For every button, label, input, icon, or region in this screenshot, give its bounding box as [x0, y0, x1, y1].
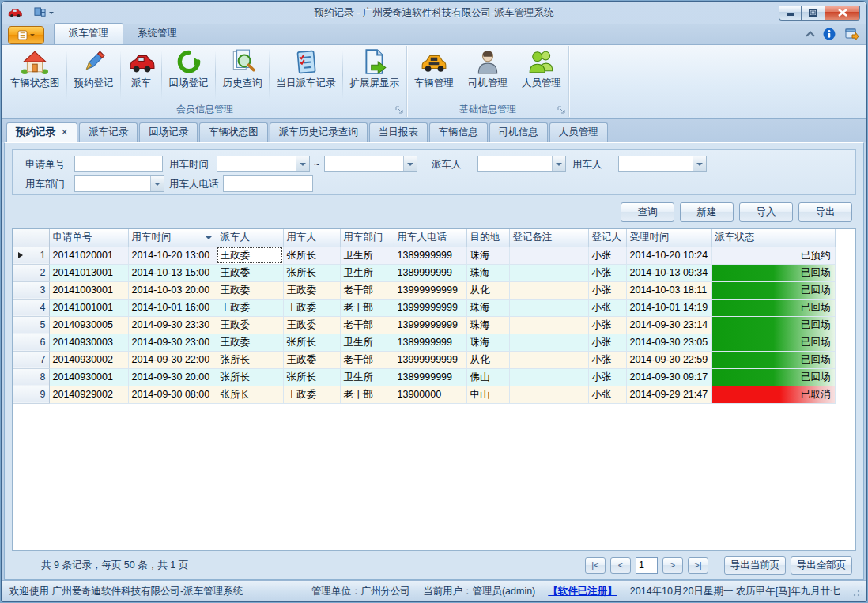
- cell-order_no[interactable]: 20141001001: [49, 299, 128, 316]
- column-header-accept_time[interactable]: 受理时间: [626, 229, 711, 247]
- skin-style-icon[interactable]: [845, 28, 859, 40]
- column-header-remark[interactable]: 登记备注: [509, 229, 588, 247]
- doc-tab-8[interactable]: 司机信息: [489, 122, 548, 142]
- cell-dispatcher[interactable]: 王政委: [217, 281, 283, 299]
- dropdown-arrow-icon[interactable]: [693, 156, 706, 171]
- cell-dest[interactable]: 中山: [466, 386, 509, 403]
- close-button[interactable]: [825, 6, 860, 21]
- doc-tab-6[interactable]: 当日报表: [369, 122, 428, 142]
- dialog-launcher-icon[interactable]: [395, 106, 404, 115]
- cell-dispatcher[interactable]: 张所长: [217, 368, 283, 386]
- doc-tab-3[interactable]: 回场记录: [139, 122, 198, 142]
- doc-tab-5[interactable]: 派车历史记录查询: [270, 122, 368, 142]
- prev-page-button[interactable]: <: [610, 557, 631, 574]
- cell-dept[interactable]: 老干部: [340, 351, 394, 368]
- use-time-from-combo[interactable]: [217, 156, 310, 172]
- cell-dispatcher[interactable]: 张所长: [217, 351, 283, 368]
- column-header-use_time[interactable]: 用车时间: [128, 229, 217, 247]
- ribbon-button-return[interactable]: 回场登记: [162, 46, 216, 103]
- cell-registrar[interactable]: 小张: [588, 386, 626, 403]
- row-indicator-cell[interactable]: [13, 264, 32, 281]
- cell-use_time[interactable]: 2014-10-03 20:00: [128, 281, 217, 299]
- cell-phone[interactable]: 1389999999: [394, 247, 466, 264]
- next-page-button[interactable]: >: [662, 557, 683, 574]
- quick-access-dropdown-icon[interactable]: [49, 12, 54, 17]
- export-all-pages-button[interactable]: 导出全部页: [791, 556, 852, 575]
- cell-registrar[interactable]: 小张: [588, 247, 626, 264]
- doc-tab-7[interactable]: 车辆信息: [429, 122, 488, 142]
- maximize-button[interactable]: [802, 6, 825, 21]
- cell-registrar[interactable]: 小张: [588, 368, 626, 386]
- row-indicator-cell[interactable]: [13, 368, 32, 386]
- cell-use_time[interactable]: 2014-09-30 23:30: [128, 316, 217, 334]
- cell-use_time[interactable]: 2014-09-30 23:00: [128, 334, 217, 351]
- dropdown-arrow-icon[interactable]: [150, 176, 164, 191]
- cell-use_time[interactable]: 2014-09-30 22:00: [128, 351, 217, 368]
- cell-status[interactable]: 已回场: [711, 281, 835, 299]
- cell-order_no[interactable]: 20140930005: [49, 316, 128, 334]
- use-time-to-combo[interactable]: [324, 156, 417, 172]
- cell-dept[interactable]: 老干部: [340, 299, 394, 316]
- cell-dest[interactable]: 从化: [466, 351, 509, 368]
- ribbon-button-extended-screen[interactable]: 扩展屏显示: [343, 46, 407, 103]
- cell-dept[interactable]: 卫生所: [340, 334, 394, 351]
- cell-status[interactable]: 已回场: [711, 299, 835, 316]
- cell-phone[interactable]: 13999999999: [394, 351, 466, 368]
- import-button[interactable]: 导入: [739, 202, 793, 222]
- table-row[interactable]: 7201409300022014-09-30 22:00张所长王政委老干部139…: [13, 351, 835, 368]
- cell-dept[interactable]: 老干部: [340, 316, 394, 334]
- cell-accept_time[interactable]: 2014-10-13 09:34: [626, 264, 711, 281]
- cell-user[interactable]: 张所长: [283, 264, 340, 281]
- order-no-input[interactable]: [74, 156, 163, 172]
- ribbon-button-dispatch[interactable]: 派车: [121, 46, 162, 103]
- row-number-cell[interactable]: 5: [32, 316, 49, 334]
- dropdown-arrow-icon[interactable]: [552, 156, 565, 171]
- cell-dest[interactable]: 珠海: [466, 299, 509, 316]
- cell-accept_time[interactable]: 2014-09-30 22:59: [626, 351, 711, 368]
- row-indicator-cell[interactable]: [13, 316, 32, 334]
- row-number-cell[interactable]: 2: [32, 264, 49, 281]
- cell-status[interactable]: 已回场: [711, 264, 835, 281]
- cell-registrar[interactable]: 小张: [588, 299, 626, 316]
- cell-dispatcher[interactable]: 王政委: [217, 334, 283, 351]
- create-button[interactable]: 新建: [680, 202, 734, 222]
- table-row[interactable]: 1201410200012014-10-20 13:00王政委张所长卫生所138…: [13, 247, 835, 264]
- cell-status[interactable]: 已回场: [711, 351, 835, 368]
- row-indicator-cell[interactable]: [13, 247, 32, 264]
- ribbon-button-vehicle-status[interactable]: 车辆状态图: [3, 46, 67, 103]
- row-number-cell[interactable]: 4: [32, 299, 49, 316]
- cell-remark[interactable]: [509, 351, 588, 368]
- phone-input[interactable]: [223, 175, 313, 192]
- cell-order_no[interactable]: 20141003001: [49, 281, 128, 299]
- cell-user[interactable]: 王政委: [283, 386, 340, 403]
- cell-accept_time[interactable]: 2014-09-30 23:05: [626, 334, 711, 351]
- cell-phone[interactable]: 13999999999: [394, 299, 466, 316]
- column-header-phone[interactable]: 用车人电话: [394, 229, 466, 247]
- cell-dept[interactable]: 卫生所: [340, 368, 394, 386]
- table-row[interactable]: 8201409300012014-09-30 20:00张所长张所长卫生所138…: [13, 368, 835, 386]
- column-header-dept[interactable]: 用车部门: [340, 229, 394, 247]
- cell-dispatcher[interactable]: 张所长: [217, 386, 283, 403]
- cell-status[interactable]: 已预约: [711, 247, 835, 264]
- cell-accept_time[interactable]: 2014-09-30 23:14: [626, 316, 711, 334]
- cell-accept_time[interactable]: 2014-09-30 09:17: [626, 368, 711, 386]
- quick-access-windows-icon[interactable]: [34, 7, 46, 19]
- minimize-button[interactable]: [779, 6, 802, 21]
- cell-remark[interactable]: [509, 334, 588, 351]
- cell-user[interactable]: 王政委: [283, 351, 340, 368]
- cell-status[interactable]: 已回场: [711, 316, 835, 334]
- cell-dest[interactable]: 珠海: [466, 247, 509, 264]
- export-current-page-button[interactable]: 导出当前页: [724, 556, 786, 575]
- dropdown-arrow-icon[interactable]: [296, 156, 309, 171]
- ribbon-tab-dispatch[interactable]: 派车管理: [54, 23, 123, 44]
- collapse-ribbon-icon[interactable]: [806, 31, 814, 40]
- row-indicator-cell[interactable]: [13, 334, 32, 351]
- user-combo[interactable]: [618, 156, 707, 172]
- application-menu-button[interactable]: [8, 26, 44, 44]
- cell-user[interactable]: 张所长: [283, 247, 340, 264]
- cell-remark[interactable]: [509, 386, 588, 403]
- table-row[interactable]: 5201409300052014-09-30 23:30王政委王政委老干部139…: [13, 316, 835, 334]
- cell-use_time[interactable]: 2014-10-13 15:00: [128, 264, 217, 281]
- cell-dispatcher[interactable]: 王政委: [217, 316, 283, 334]
- first-page-button[interactable]: |<: [585, 557, 606, 574]
